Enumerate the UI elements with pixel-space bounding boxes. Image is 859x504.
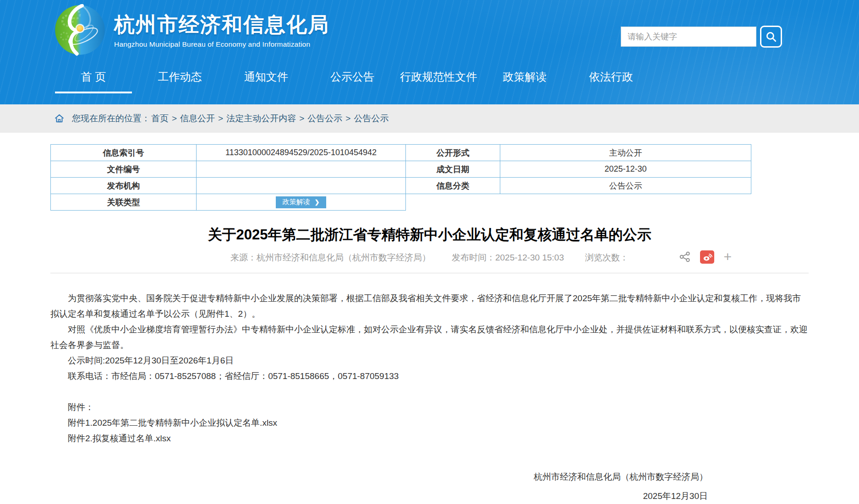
attachment-row: 附件1.2025年第二批专精特新中小企业拟认定名单.xlsx xyxy=(50,415,809,431)
paragraph: 对照《优质中小企业梯度培育管理暂行办法》中专精特新中小企业认定标准，如对公示企业… xyxy=(50,322,809,353)
cell-info-index-value: 113301000024894529/2025-1010454942 xyxy=(197,145,406,161)
site-header: 杭州市经济和信息化局 Hangzhou Municipal Bureau of … xyxy=(0,0,859,104)
breadcrumb-item-announcements[interactable]: 公告公示 xyxy=(307,113,342,125)
table-row: 成文日期 2025-12-30 xyxy=(406,161,751,178)
header-top: 杭州市经济和信息化局 Hangzhou Municipal Bureau of … xyxy=(0,0,859,60)
cell-document-number-label: 文件编号 xyxy=(51,161,197,178)
table-row: 文件编号 xyxy=(51,161,406,178)
attachment-link-2[interactable]: 附件2.拟复核通过名单.xlsx xyxy=(68,434,171,443)
breadcrumb-separator: > xyxy=(172,114,177,124)
table-row: 关联类型 政策解读 ❯ xyxy=(51,194,406,211)
cell-issuing-agency-value xyxy=(197,178,406,194)
weibo-icon[interactable] xyxy=(700,250,714,264)
attachment-link-1[interactable]: 附件1.2025年第二批专精特新中小企业拟认定名单.xlsx xyxy=(68,418,277,428)
policy-interpretation-button-label: 政策解读 xyxy=(283,198,310,206)
bureau-logo-icon xyxy=(54,4,106,56)
attachments-heading: 附件： xyxy=(50,400,809,415)
breadcrumb-separator: > xyxy=(218,114,223,124)
cell-related-type-label: 关联类型 xyxy=(51,194,197,211)
breadcrumb-item-home[interactable]: 首页 xyxy=(151,113,169,125)
site-subtitle: Hangzhou Municipal Bureau of Economy and… xyxy=(114,40,329,49)
nav-item-notice-documents[interactable]: 通知文件 xyxy=(223,60,309,104)
breadcrumb-prefix: 您现在所在的位置： xyxy=(72,113,150,125)
nav-item-policy-interpretation[interactable]: 政策解读 xyxy=(481,60,568,104)
attachment-row: 附件2.拟复核通过名单.xlsx xyxy=(50,431,809,446)
breadcrumb-item-statutory-disclosure[interactable]: 法定主动公开内容 xyxy=(226,113,296,125)
page: 杭州市经济和信息化局 Hangzhou Municipal Bureau of … xyxy=(0,0,859,504)
brand: 杭州市经济和信息化局 Hangzhou Municipal Bureau of … xyxy=(54,4,329,56)
policy-interpretation-button[interactable]: 政策解读 ❯ xyxy=(276,196,327,208)
search-input[interactable] xyxy=(621,27,756,47)
cell-issue-date-value: 2025-12-30 xyxy=(500,161,751,178)
signature-block: 杭州市经济和信息化局（杭州市数字经济局） 2025年12月30日 xyxy=(50,469,809,504)
search-button[interactable] xyxy=(760,26,782,48)
publicity-period: 公示时间:2025年12月30日至2026年1月6日 xyxy=(50,353,809,369)
cell-issuing-agency-label: 发布机构 xyxy=(51,178,197,194)
article-body: 为贯彻落实党中央、国务院关于促进专精特新中小企业发展的决策部署，根据工信部及我省… xyxy=(50,291,809,504)
search-icon xyxy=(765,31,777,43)
article-meta: 来源：杭州市经济和信息化局（杭州市数字经济局） 发布时间：2025-12-30 … xyxy=(50,252,809,273)
cell-related-type-value: 政策解读 ❯ xyxy=(197,194,406,211)
chevron-right-icon: ❯ xyxy=(315,199,320,206)
nav-item-regulatory-documents[interactable]: 行政规范性文件 xyxy=(395,60,481,104)
article-source: 来源：杭州市经济和信息化局（杭州市数字经济局） xyxy=(230,252,431,264)
table-row: 信息分类 公告公示 xyxy=(406,178,751,194)
site-search xyxy=(621,26,782,48)
breadcrumb-separator: > xyxy=(345,114,350,124)
home-icon[interactable] xyxy=(54,114,65,124)
info-table-right: 公开形式 主动公开 成文日期 2025-12-30 信息分类 公告公示 xyxy=(406,144,751,194)
breadcrumb-item-info-disclosure[interactable]: 信息公开 xyxy=(180,113,215,125)
cell-disclosure-form-value: 主动公开 xyxy=(500,145,751,161)
nav-item-home[interactable]: 首 页 xyxy=(50,60,137,104)
nav-item-public-announcements[interactable]: 公示公告 xyxy=(309,60,395,104)
table-row: 公开形式 主动公开 xyxy=(406,145,751,161)
cell-issue-date-label: 成文日期 xyxy=(406,161,500,178)
contact-phones: 联系电话：市经信局：0571-85257088；省经信厅：0571-851586… xyxy=(50,369,809,384)
cell-info-index-label: 信息索引号 xyxy=(51,145,197,161)
cell-info-category-value: 公告公示 xyxy=(500,178,751,194)
cell-document-number-value xyxy=(197,161,406,178)
site-title: 杭州市经济和信息化局 xyxy=(114,11,329,38)
article-title: 关于2025年第二批浙江省专精特新中小企业认定和复核通过名单的公示 xyxy=(50,225,809,244)
main-nav: 首 页 工作动态 通知文件 公示公告 行政规范性文件 政策解读 依法行政 xyxy=(50,60,654,104)
table-row: 发布机构 xyxy=(51,178,406,194)
breadcrumb-separator: > xyxy=(299,114,304,124)
breadcrumb-item-current[interactable]: 公告公示 xyxy=(354,113,388,125)
share-icon[interactable] xyxy=(679,251,691,263)
article-view-count: 浏览次数： xyxy=(585,252,629,264)
signature-org: 杭州市经济和信息化局（杭州市数字经济局） xyxy=(50,469,708,485)
share-toolbar: + xyxy=(679,250,732,264)
nav-item-work-news[interactable]: 工作动态 xyxy=(137,60,223,104)
cell-info-category-label: 信息分类 xyxy=(406,178,500,194)
cell-disclosure-form-label: 公开形式 xyxy=(406,145,500,161)
breadcrumb: 您现在所在的位置： 首页 > 信息公开 > 法定主动公开内容 > 公告公示 > … xyxy=(0,104,859,133)
paragraph: 为贯彻落实党中央、国务院关于促进专精特新中小企业发展的决策部署，根据工信部及我省… xyxy=(50,291,809,322)
main-content: 信息索引号 113301000024894529/2025-1010454942… xyxy=(0,133,859,504)
brand-text: 杭州市经济和信息化局 Hangzhou Municipal Bureau of … xyxy=(114,11,329,49)
document-info-table: 信息索引号 113301000024894529/2025-1010454942… xyxy=(50,144,809,211)
nav-item-law-based-administration[interactable]: 依法行政 xyxy=(568,60,654,104)
table-row: 信息索引号 113301000024894529/2025-1010454942 xyxy=(51,145,406,161)
signature-date: 2025年12月30日 xyxy=(50,488,708,504)
more-share-button[interactable]: + xyxy=(723,250,732,264)
article-publish-time: 发布时间：2025-12-30 15:03 xyxy=(452,252,564,264)
info-table-left: 信息索引号 113301000024894529/2025-1010454942… xyxy=(50,144,406,211)
